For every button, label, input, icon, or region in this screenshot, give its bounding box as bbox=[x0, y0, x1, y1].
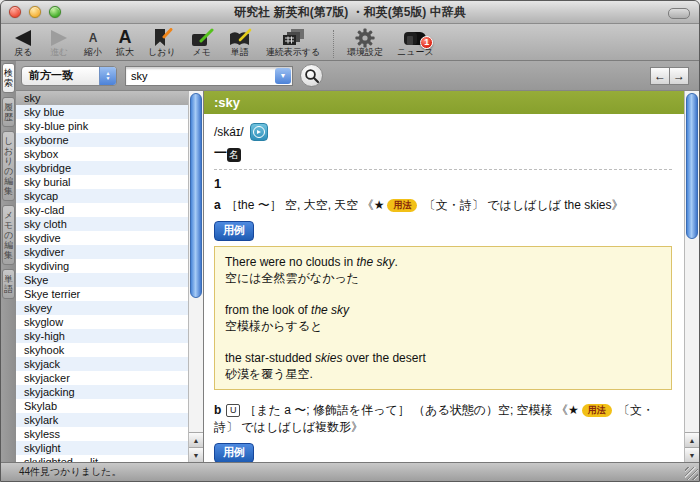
toolbar-continuous-button[interactable]: 連続表示する bbox=[259, 27, 327, 60]
list-item[interactable]: sky cloth bbox=[16, 217, 188, 231]
scrollbar-thumb[interactable] bbox=[686, 93, 698, 239]
right-arrow-icon: → bbox=[673, 69, 685, 83]
list-item[interactable]: skyglow bbox=[16, 315, 188, 329]
entry-body: /skáɪ/ 一名 1 a［the 〜］ 空, 大空, 天空 《★用法 〔文・詩… bbox=[204, 114, 684, 462]
continuous-icon bbox=[280, 28, 306, 47]
search-mode-select[interactable]: 前方一致 ▲▼ bbox=[21, 66, 117, 86]
zoom-button[interactable] bbox=[49, 6, 61, 18]
side-tab-5[interactable]: 単語 bbox=[2, 269, 15, 299]
list-item[interactable]: skyhook bbox=[16, 343, 188, 357]
back-icon bbox=[12, 28, 34, 47]
entry-scrollbar[interactable]: ▲ ▼ bbox=[684, 91, 699, 462]
list-item[interactable]: Skye terrier bbox=[16, 287, 188, 301]
toolbar-label: メモ bbox=[192, 47, 210, 58]
usage-badge[interactable]: 用法 bbox=[387, 199, 417, 212]
list-item[interactable]: skyjack bbox=[16, 357, 188, 371]
list-item[interactable]: sky bbox=[16, 91, 188, 105]
zoom-out-icon: A bbox=[89, 28, 98, 47]
toolbar-memo-button[interactable]: メモ bbox=[183, 27, 221, 60]
example-box: There were no clouds in the sky.空には全然雲がな… bbox=[214, 246, 672, 390]
definition-text: 〔文・詩〕 ではしばしば the skies》 bbox=[420, 198, 623, 212]
list-item[interactable]: sky blue bbox=[16, 105, 188, 119]
side-tab-4[interactable]: メモの編集 bbox=[2, 205, 15, 265]
stepper-icon: ▲▼ bbox=[99, 67, 116, 85]
play-icon bbox=[253, 126, 265, 138]
toolbar-words-button[interactable]: 単語 bbox=[221, 27, 259, 60]
side-tab-3[interactable]: しおりの編集 bbox=[2, 131, 15, 201]
example-toggle-button[interactable]: 用例 bbox=[214, 443, 254, 462]
toolbar-forward-button[interactable]: 進む bbox=[41, 27, 77, 60]
scroll-down-button[interactable]: ▼ bbox=[189, 447, 203, 462]
search-input[interactable]: sky ▼ bbox=[125, 66, 293, 86]
list-item[interactable]: skybridge bbox=[16, 161, 188, 175]
senses: a［the 〜］ 空, 大空, 天空 《★用法 〔文・詩〕 ではしばしば the… bbox=[214, 197, 672, 462]
sense-label: a bbox=[214, 198, 221, 212]
sense-label: b bbox=[214, 403, 221, 417]
word-list-scrollbar[interactable]: ▲ ▼ bbox=[188, 91, 203, 462]
scroll-up-button[interactable]: ▲ bbox=[189, 432, 203, 447]
sense-b: bU［また a 〜; 修飾語を伴って］ （ある状態の）空; 空模様 《★用法 〔… bbox=[214, 402, 672, 462]
toolbar-label: 進む bbox=[50, 47, 68, 58]
side-tab-1[interactable]: 検索 bbox=[2, 63, 15, 93]
sense-group-number: 1 bbox=[214, 176, 672, 191]
example-japanese: 空模様からすると bbox=[225, 318, 661, 334]
toolbar-label: 単語 bbox=[231, 47, 249, 58]
word-list-panel: skysky bluesky-blue pinkskyborneskyboxsk… bbox=[16, 91, 204, 462]
list-item[interactable]: skybox bbox=[16, 147, 188, 161]
resize-grip[interactable] bbox=[685, 467, 698, 480]
scrollbar-thumb[interactable] bbox=[190, 93, 202, 298]
prev-entry-button[interactable]: ← bbox=[650, 67, 670, 85]
list-item[interactable]: skylighted, —lit bbox=[16, 455, 188, 462]
sense-definition: a［the 〜］ 空, 大空, 天空 《★用法 〔文・詩〕 ではしばしば the… bbox=[214, 197, 672, 214]
example-english: the star-studded skies over the desert bbox=[225, 350, 661, 366]
definition-text: ［the 〜］ 空, 大空, 天空 《★ bbox=[226, 198, 385, 212]
list-item[interactable]: skydiver bbox=[16, 245, 188, 259]
list-item[interactable]: Skylab bbox=[16, 399, 188, 413]
entry-headword-bar: :sky bbox=[204, 91, 684, 114]
list-item[interactable]: Skye bbox=[16, 273, 188, 287]
list-item[interactable]: skylark bbox=[16, 413, 188, 427]
close-button[interactable] bbox=[9, 6, 21, 18]
toolbar-preferences-button[interactable]: 環境設定 bbox=[340, 27, 390, 60]
toolbar-bookmark-button[interactable]: しおり bbox=[141, 27, 183, 60]
search-mode-value: 前方一致 bbox=[22, 68, 99, 83]
title-bar[interactable]: 研究社 新英和(第7版) ・和英(第5版) 中辞典 bbox=[1, 1, 699, 24]
audio-play-button[interactable] bbox=[250, 123, 268, 141]
toolbar-zoom-out-button[interactable]: A縮小 bbox=[77, 27, 109, 60]
next-entry-button[interactable]: → bbox=[670, 67, 689, 85]
example-english: from the look of the sky bbox=[225, 302, 661, 318]
list-item[interactable]: sky-blue pink bbox=[16, 119, 188, 133]
minimize-button[interactable] bbox=[29, 6, 41, 18]
list-item[interactable]: skylight bbox=[16, 441, 188, 455]
scroll-buttons: ▲ ▼ bbox=[685, 432, 699, 462]
side-tab-2[interactable]: 履歴 bbox=[2, 97, 15, 127]
list-item[interactable]: sky-clad bbox=[16, 203, 188, 217]
toolbar-back-button[interactable]: 戻る bbox=[5, 27, 41, 60]
list-item[interactable]: skyless bbox=[16, 427, 188, 441]
list-item[interactable]: skycap bbox=[16, 189, 188, 203]
combo-dropdown-icon[interactable]: ▼ bbox=[275, 68, 291, 84]
part-of-speech: 一名 bbox=[214, 144, 672, 162]
forward-icon bbox=[48, 28, 70, 47]
toolbar-toggle-button[interactable] bbox=[668, 8, 690, 19]
list-item[interactable]: skyjacker bbox=[16, 371, 188, 385]
example-english: There were no clouds in the sky. bbox=[225, 254, 661, 270]
list-item[interactable]: skydiving bbox=[16, 259, 188, 273]
list-item[interactable]: sky-high bbox=[16, 329, 188, 343]
list-item[interactable]: skydive bbox=[16, 231, 188, 245]
list-item[interactable]: skyborne bbox=[16, 133, 188, 147]
scroll-up-button[interactable]: ▲ bbox=[685, 432, 699, 447]
side-tab-strip: 検索履歴しおりの編集メモの編集単語 bbox=[1, 61, 16, 462]
toolbar-zoom-in-button[interactable]: A拡大 bbox=[109, 27, 141, 60]
list-item[interactable]: skyjacking bbox=[16, 385, 188, 399]
usage-badge[interactable]: 用法 bbox=[582, 404, 612, 417]
scroll-down-button[interactable]: ▼ bbox=[685, 447, 699, 462]
list-item[interactable]: sky burial bbox=[16, 175, 188, 189]
status-bar: 44件見つかりました。 bbox=[1, 462, 699, 481]
search-button[interactable] bbox=[300, 64, 323, 87]
toolbar-news-button[interactable]: 1ニュース bbox=[390, 27, 441, 60]
divider bbox=[214, 169, 672, 170]
list-item[interactable]: skyey bbox=[16, 301, 188, 315]
example-toggle-button[interactable]: 用例 bbox=[214, 221, 254, 241]
toolbar-label: 連続表示する bbox=[266, 47, 320, 58]
